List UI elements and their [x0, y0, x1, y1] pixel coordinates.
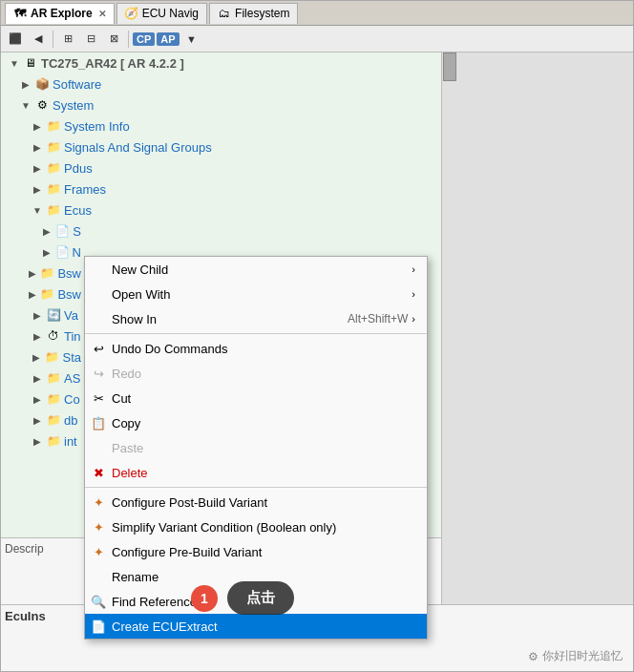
tree-item-db[interactable]: ▶ 📁 db — [1, 410, 85, 430]
ctx-create-ecu[interactable]: 📄 Create ECUExtract — [85, 614, 427, 639]
ctx-undo-label: Undo Do Commands — [112, 342, 227, 356]
ctx-sep-2 — [85, 487, 427, 488]
ctx-undo[interactable]: ↩ Undo Do Commands — [85, 336, 427, 361]
ecus-icon: 📁 — [46, 202, 61, 218]
db-label: db — [64, 413, 77, 428]
tin-toggle[interactable]: ▶ — [32, 330, 43, 342]
simplify-icon: ✦ — [91, 519, 106, 535]
bsw1-icon: 📁 — [40, 265, 54, 281]
tree-item-bsw2[interactable]: ▶ 📁 Bsw — [1, 284, 85, 304]
system-icon: ⚙ — [34, 97, 50, 113]
as-icon: 📁 — [46, 370, 61, 386]
create-ecu-icon: 📄 — [91, 619, 106, 634]
n-toggle[interactable]: ▶ — [41, 246, 52, 258]
toolbar-cp-label[interactable]: CP — [133, 32, 155, 46]
int-label: int — [64, 434, 77, 449]
tree-item-tin[interactable]: ▶ ⏱ Tin — [1, 326, 85, 346]
toolbar-dropdown[interactable]: ▼ — [181, 29, 202, 50]
vertical-scrollbar[interactable] — [442, 52, 633, 604]
frames-toggle[interactable]: ▶ — [32, 183, 43, 195]
int-toggle[interactable]: ▶ — [32, 435, 43, 447]
ecus-sub1-toggle[interactable]: ▶ — [41, 225, 53, 237]
ctx-configure-pre[interactable]: ✦ Configure Pre-Build Variant — [85, 539, 427, 564]
tree-item-software[interactable]: ▶ 📦 Software — [1, 74, 441, 94]
toolbar-ap-label[interactable]: AP — [157, 32, 179, 46]
bsw2-icon: 📁 — [40, 286, 54, 302]
tree-item-signals[interactable]: ▶ 📁 Signals And Signal Groups — [1, 136, 441, 158]
click-bubble: 点击 — [227, 581, 294, 615]
tree-item-as[interactable]: ▶ 📁 AS — [1, 368, 85, 388]
sysinfo-toggle[interactable]: ▶ — [32, 120, 43, 132]
scrollbar-thumb[interactable] — [443, 52, 456, 81]
cut-icon: ✂ — [91, 390, 106, 406]
tree-item-ecus-sub1[interactable]: ▶ 📄 S — [1, 220, 85, 242]
co-toggle[interactable]: ▶ — [32, 393, 43, 405]
ctx-new-child-label: New Child — [112, 262, 168, 277]
tree-item-sta[interactable]: ▶ 📁 Sta — [1, 346, 85, 368]
tab-ar-explore-close[interactable]: ✕ — [98, 9, 106, 19]
db-toggle[interactable]: ▶ — [32, 414, 43, 426]
tab-ar-explore[interactable]: 🗺 AR Explore ✕ — [5, 3, 115, 24]
tree-item-system-info[interactable]: ▶ 📁 System Info — [1, 116, 441, 136]
int-icon: 📁 — [46, 433, 61, 449]
ctx-find-ref-label: Find References — [112, 595, 202, 609]
tree-item-bsw1[interactable]: ▶ 📁 Bsw — [1, 262, 85, 284]
ctx-copy[interactable]: 📋 Copy — [85, 410, 427, 435]
bsw2-toggle[interactable]: ▶ — [28, 288, 37, 300]
overlay: 1 点击 — [191, 581, 294, 615]
find-ref-icon: 🔍 — [91, 594, 106, 609]
tab-ecu-navig[interactable]: 🧭 ECU Navig — [116, 3, 207, 24]
sta-toggle[interactable]: ▶ — [31, 351, 42, 363]
bsw2-label: Bsw — [57, 287, 81, 302]
tree-item-co[interactable]: ▶ 📁 Co — [1, 388, 85, 410]
tree-item-va[interactable]: ▶ 🔄 Va — [1, 304, 85, 326]
tree-item-pdus[interactable]: ▶ 📁 Pdus — [1, 158, 441, 178]
pdus-icon: 📁 — [46, 160, 61, 176]
va-toggle[interactable]: ▶ — [32, 309, 43, 321]
tab-filesystem[interactable]: 🗂 Filesystem — [209, 3, 298, 24]
ctx-show-in[interactable]: Show In Alt+Shift+W › — [85, 306, 427, 331]
toolbar: ⬛ ◀ ⊞ ⊟ ⊠ CP AP ▼ — [1, 26, 633, 52]
tin-label: Tin — [64, 329, 81, 344]
toolbar-btn-2[interactable]: ◀ — [28, 29, 49, 50]
ctx-cut[interactable]: ✂ Cut — [85, 386, 427, 410]
software-icon: 📦 — [34, 76, 50, 92]
toolbar-btn-3[interactable]: ⊞ — [57, 29, 78, 50]
ctx-new-child[interactable]: New Child › — [85, 257, 427, 282]
ctx-open-with[interactable]: Open With › — [85, 282, 427, 306]
system-toggle[interactable]: ▼ — [20, 99, 32, 111]
tree-root-toggle[interactable]: ▼ — [9, 57, 20, 69]
tree-item-n[interactable]: ▶ 📄 N — [1, 242, 85, 262]
ctx-simplify[interactable]: ✦ Simplify Variant Condition (Boolean on… — [85, 514, 427, 539]
software-toggle[interactable]: ▶ — [20, 78, 32, 90]
ecus-toggle[interactable]: ▼ — [32, 204, 43, 216]
toolbar-btn-5[interactable]: ⊠ — [103, 29, 124, 50]
ctx-cut-label: Cut — [112, 391, 131, 406]
signals-toggle[interactable]: ▶ — [32, 141, 43, 153]
toolbar-btn-4[interactable]: ⊟ — [80, 29, 101, 50]
ctx-configure-post[interactable]: ✦ Configure Post-Build Variant — [85, 490, 427, 514]
ctx-show-in-arrow: › — [412, 313, 415, 325]
tree-root[interactable]: ▼ 🖥 TC275_AR42 [ AR 4.2.2 ] — [1, 52, 441, 74]
bsw1-toggle[interactable]: ▶ — [28, 267, 37, 279]
ar-explore-icon: 🗺 — [13, 7, 27, 20]
frames-label: Frames — [64, 182, 106, 197]
tab-ar-explore-label: AR Explore — [31, 7, 93, 20]
ctx-show-in-shortcut: Alt+Shift+W — [348, 312, 408, 326]
ctx-configure-post-label: Configure Post-Build Variant — [112, 495, 267, 510]
db-icon: 📁 — [46, 412, 61, 428]
tree-item-system[interactable]: ▼ ⚙ System — [1, 94, 441, 116]
ctx-sep-1 — [85, 333, 427, 334]
toolbar-btn-1[interactable]: ⬛ — [5, 29, 26, 50]
tab-ecu-navig-label: ECU Navig — [142, 7, 199, 20]
description-label: Descrip — [5, 542, 44, 556]
sysinfo-label: System Info — [64, 119, 130, 134]
ctx-copy-label: Copy — [112, 416, 140, 430]
tree-item-frames[interactable]: ▶ 📁 Frames — [1, 178, 441, 200]
pdus-toggle[interactable]: ▶ — [32, 162, 43, 174]
ctx-delete[interactable]: ✖ Delete — [85, 460, 427, 485]
as-toggle[interactable]: ▶ — [32, 372, 43, 384]
ctx-delete-label: Delete — [112, 466, 148, 480]
tree-item-ecus[interactable]: ▼ 📁 Ecus — [1, 200, 441, 220]
tree-item-int[interactable]: ▶ 📁 int — [1, 430, 85, 452]
